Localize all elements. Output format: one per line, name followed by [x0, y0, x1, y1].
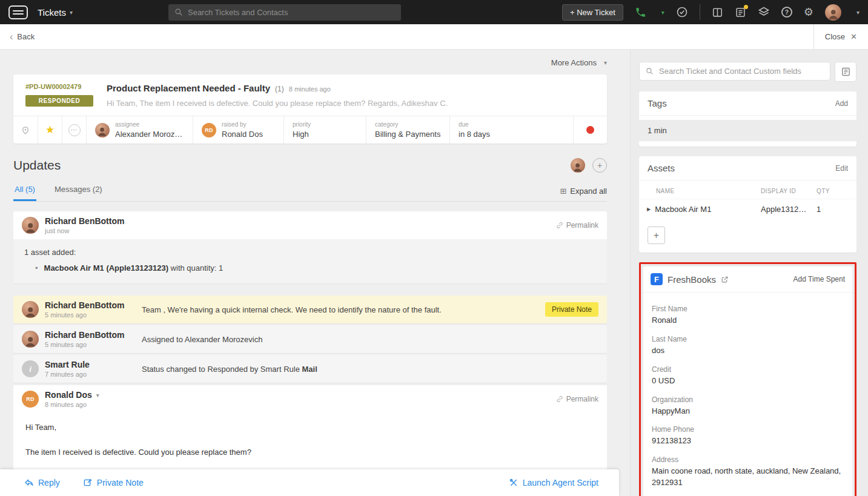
- freshbooks-field: Organization HappyMan: [652, 395, 844, 417]
- priority-value: High: [293, 130, 311, 139]
- assets-col-display-id: DISPLAY ID: [761, 188, 817, 194]
- watcher-avatar[interactable]: [571, 158, 585, 173]
- bullet-icon: •: [35, 263, 38, 273]
- widget-catalog-button[interactable]: [835, 62, 856, 82]
- catalog-icon: [841, 67, 851, 77]
- phone-caret-icon[interactable]: ▾: [661, 9, 664, 16]
- assets-col-qty: QTY: [817, 188, 848, 194]
- profile-caret-icon[interactable]: ▾: [856, 9, 860, 16]
- assets-edit-link[interactable]: Edit: [835, 164, 848, 173]
- availability-check-icon[interactable]: [676, 6, 688, 18]
- global-search-input[interactable]: [188, 8, 395, 17]
- author-avatar: [22, 217, 39, 234]
- kanban-view-icon[interactable]: [712, 7, 723, 18]
- back-button[interactable]: ‹ Back: [10, 32, 35, 42]
- tags-title: Tags: [648, 98, 667, 108]
- asset-qty: 1: [817, 205, 848, 214]
- ticket-title[interactable]: Product Replacement Needed - Faulty: [107, 83, 270, 93]
- due-value: in 8 days: [459, 130, 490, 139]
- expand-row-icon[interactable]: ▶: [647, 207, 651, 212]
- time-spent-row: 1 min: [639, 120, 856, 141]
- due-field[interactable]: due in 8 days: [449, 116, 573, 144]
- author-name[interactable]: Ronald Dos▾: [45, 390, 99, 400]
- phone-icon[interactable]: [635, 7, 646, 18]
- reply-icon: [24, 478, 34, 488]
- ticket-summary-card: #PD-UW00002479 RESPONDED Product Replace…: [13, 74, 607, 144]
- compose-icon: [83, 478, 93, 488]
- help-icon[interactable]: ?: [781, 7, 792, 18]
- tab-all[interactable]: All (5): [13, 180, 36, 201]
- chevron-left-icon: ‹: [10, 32, 13, 42]
- asset-table-row[interactable]: ▶ Macbook Air M1 Apple1312… 1: [639, 199, 856, 219]
- info-icon: i: [22, 360, 39, 377]
- add-asset-button[interactable]: +: [648, 227, 665, 244]
- app-logo-icon[interactable]: [8, 5, 28, 19]
- update-entry-assigned: Richard BenBottom 5 minutes ago Assigned…: [13, 325, 607, 353]
- sla-status-indicator[interactable]: [573, 116, 607, 144]
- close-button[interactable]: Close ✕: [813, 24, 868, 49]
- tags-add-link[interactable]: Add: [835, 99, 848, 108]
- add-time-spent-link[interactable]: Add Time Spent: [793, 275, 845, 283]
- author-name: Richard BenBottom: [45, 330, 136, 340]
- star-icon[interactable]: ★: [38, 116, 62, 144]
- ticket-nav-bar: ‹ Back Close ✕: [0, 24, 868, 50]
- freshbooks-logo: F: [651, 273, 663, 285]
- module-caret-icon[interactable]: ▾: [70, 9, 73, 16]
- expand-all-icon: ⊞: [560, 187, 566, 196]
- external-link-icon[interactable]: [721, 276, 729, 283]
- global-search[interactable]: [168, 4, 401, 21]
- author-name: Smart Rule: [45, 360, 136, 369]
- priority-field[interactable]: priority High: [283, 116, 366, 144]
- new-ticket-button[interactable]: + New Ticket: [562, 4, 623, 21]
- author-caret-icon: ▾: [96, 392, 99, 398]
- reply-button[interactable]: Reply: [24, 478, 60, 488]
- entry-time: 8 minutes ago: [45, 401, 99, 408]
- more-options-icon[interactable]: ⋯: [62, 116, 86, 144]
- permalink-link[interactable]: Permalink: [556, 395, 598, 403]
- toolbar-divider: [700, 4, 700, 20]
- message-line: Hi Team,: [25, 423, 595, 432]
- apps-stack-icon[interactable]: [758, 6, 770, 18]
- entry-time: 5 minutes ago: [45, 311, 136, 319]
- tools-icon: [509, 478, 518, 488]
- assignee-avatar: [95, 123, 110, 137]
- asset-name: Macbook Air M1: [655, 205, 711, 214]
- module-title[interactable]: Tickets: [38, 7, 66, 18]
- updates-tabs: All (5) Messages (2) ⊞ Expand all: [13, 180, 607, 202]
- settings-gear-icon[interactable]: ⚙: [804, 7, 813, 18]
- author-avatar: [22, 301, 39, 318]
- raised-by-field[interactable]: RD raised by Ronald Dos: [193, 116, 283, 144]
- launch-agent-script-button[interactable]: Launch Agent Script: [509, 478, 598, 488]
- assignee-field[interactable]: assignee Alexander Moroze...: [86, 116, 193, 144]
- private-note-button[interactable]: Private Note: [83, 478, 144, 488]
- freshbooks-title: FreshBooks: [668, 274, 716, 285]
- raised-by-value: Ronald Dos: [222, 130, 263, 139]
- user-avatar[interactable]: [825, 4, 841, 21]
- freshbooks-field: Last Name dos: [652, 335, 844, 357]
- raised-by-label: raised by: [222, 121, 263, 128]
- sidebar-search-input[interactable]: [659, 67, 824, 76]
- assignee-label: assignee: [115, 121, 184, 128]
- permalink-link[interactable]: Permalink: [556, 221, 598, 230]
- activity-feed-icon[interactable]: [735, 7, 746, 18]
- sidebar-search[interactable]: [639, 62, 830, 81]
- link-icon: [556, 222, 563, 229]
- ticket-preview: Hi Team, The item I received is defectiv…: [107, 99, 595, 108]
- expand-all-button[interactable]: ⊞ Expand all: [560, 187, 607, 201]
- back-label: Back: [17, 32, 35, 41]
- due-label: due: [459, 121, 490, 128]
- message-line: The item I received is defective. Could …: [25, 448, 595, 457]
- ticket-status-badge: RESPONDED: [25, 95, 93, 107]
- asset-display-id: Apple1312…: [761, 205, 817, 214]
- assets-widget: Assets Edit NAME DISPLAY ID QTY ▶ Macboo…: [639, 156, 856, 253]
- more-actions-button[interactable]: More Actions ▾: [13, 58, 607, 67]
- category-field[interactable]: category Billing & Payments: [366, 116, 449, 144]
- tab-messages[interactable]: Messages (2): [53, 180, 104, 201]
- assignee-value: Alexander Moroze...: [115, 130, 184, 139]
- pin-icon[interactable]: [13, 116, 38, 144]
- annotation-highlight: F FreshBooks Add Time Spent First Name R…: [639, 262, 856, 496]
- private-note-badge: Private Note: [545, 302, 598, 317]
- add-watcher-button[interactable]: +: [592, 158, 607, 173]
- assets-col-name: NAME: [656, 188, 761, 194]
- freshbooks-field: Home Phone 912138123: [652, 425, 844, 447]
